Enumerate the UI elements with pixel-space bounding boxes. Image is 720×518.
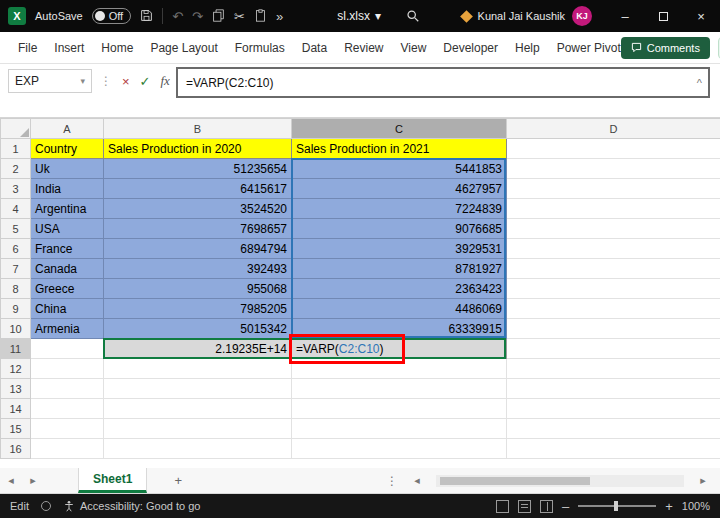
page-break-view-icon[interactable] [540,500,553,513]
cell[interactable] [507,279,720,299]
cell[interactable] [507,439,720,459]
drag-handle-icon[interactable]: ⋮ [100,74,112,88]
sheet-nav-left-icon[interactable]: ◂ [0,474,22,487]
tab-view[interactable]: View [401,41,427,55]
formula-input[interactable]: =VARP(C2:C10) ^ [176,67,710,98]
row-header[interactable]: 7 [1,259,31,279]
cell-country[interactable]: Uk [31,159,104,179]
row-header[interactable]: 8 [1,279,31,299]
zoom-out-button[interactable]: – [562,499,569,514]
row-header[interactable]: 11 [1,339,31,359]
tab-help[interactable]: Help [515,41,540,55]
cell-c11-formula[interactable]: =VARP(C2:C10) [292,339,507,359]
macro-record-icon[interactable] [41,501,51,511]
cell-country[interactable]: Armenia [31,319,104,339]
cell-sales-2020[interactable]: 7985205 [104,299,292,319]
cell-sales-2020[interactable]: 955068 [104,279,292,299]
horizontal-scrollbar-thumb[interactable] [440,477,590,485]
cell[interactable] [31,359,104,379]
cell[interactable] [507,259,720,279]
cell-sales-2021[interactable]: 9076685 [292,219,507,239]
cell[interactable] [507,419,720,439]
tab-file[interactable]: File [18,41,37,55]
cell-country[interactable]: Argentina [31,199,104,219]
minimize-button[interactable]: – [606,0,644,32]
cell[interactable] [31,339,104,359]
cell-country[interactable]: France [31,239,104,259]
row-header[interactable]: 3 [1,179,31,199]
copy-icon[interactable] [212,9,225,24]
sheetbar-kebab-icon[interactable]: ⋮ [386,474,398,488]
cell[interactable] [507,159,720,179]
cell-country[interactable]: India [31,179,104,199]
cell-b11-result[interactable]: 2.19235E+14 [104,339,292,359]
cell[interactable] [507,359,720,379]
zoom-level[interactable]: 100% [682,500,710,512]
row-header[interactable]: 4 [1,199,31,219]
row-header[interactable]: 9 [1,299,31,319]
cell-country[interactable]: China [31,299,104,319]
column-header-c[interactable]: C [292,119,507,139]
collapse-formula-bar-icon[interactable]: ^ [697,77,702,89]
cell[interactable] [292,399,507,419]
row-header[interactable]: 2 [1,159,31,179]
save-icon[interactable] [140,9,153,24]
column-header-d[interactable]: D [507,119,720,139]
tab-home[interactable]: Home [101,41,133,55]
cell-sales-2020[interactable]: 51235654 [104,159,292,179]
cell-country-header[interactable]: Country [31,139,104,159]
cell-country[interactable]: USA [31,219,104,239]
horizontal-scrollbar[interactable] [436,475,684,487]
cell[interactable] [104,379,292,399]
cell-sales-2020[interactable]: 392493 [104,259,292,279]
cell[interactable] [507,199,720,219]
cell-sales-2020[interactable]: 5015342 [104,319,292,339]
maximize-button[interactable] [644,0,682,32]
sheet-tab-sheet1[interactable]: Sheet1 [78,468,147,493]
hscroll-left-icon[interactable]: ◂ [406,474,428,487]
page-layout-view-icon[interactable] [518,500,531,513]
undo-icon[interactable]: ↶ [172,10,183,23]
add-sheet-button[interactable]: + [169,472,187,490]
cell[interactable] [292,359,507,379]
row-header[interactable]: 14 [1,399,31,419]
paste-icon[interactable] [254,9,267,24]
column-header-a[interactable]: A [31,119,104,139]
sheet-nav-right-icon[interactable]: ▸ [22,474,44,487]
cell-sales-2021[interactable]: 63339915 [292,319,507,339]
cell[interactable] [292,379,507,399]
cell-sales-2021[interactable]: 8781927 [292,259,507,279]
cell-sales-2021[interactable]: 4627957 [292,179,507,199]
user-avatar[interactable]: KJ [572,6,592,26]
zoom-slider-thumb[interactable] [614,501,618,511]
cell-sales-2020[interactable]: 6415617 [104,179,292,199]
zoom-slider[interactable] [578,505,656,507]
row-header[interactable]: 12 [1,359,31,379]
row-header[interactable]: 5 [1,219,31,239]
cell[interactable] [31,439,104,459]
cell-sales-2021[interactable]: 3929531 [292,239,507,259]
cut-icon[interactable]: ✂ [234,10,245,23]
cell-sales-2020[interactable]: 6894794 [104,239,292,259]
cell[interactable] [31,379,104,399]
cell-country[interactable]: Greece [31,279,104,299]
cancel-entry-button[interactable]: × [122,74,130,89]
accessibility-status[interactable]: Accessibility: Good to go [63,500,200,512]
row-header[interactable]: 16 [1,439,31,459]
document-title[interactable]: sl.xlsx ▾ [337,9,381,23]
close-button[interactable]: × [682,0,720,32]
cell[interactable] [104,439,292,459]
cell-sales-2021[interactable]: 5441853 [292,159,507,179]
cell[interactable] [507,219,720,239]
cell-sales-2021[interactable]: 7224839 [292,199,507,219]
cell[interactable] [507,339,720,359]
row-header[interactable]: 10 [1,319,31,339]
column-header-b[interactable]: B [104,119,292,139]
autosave-toggle[interactable]: Off [92,8,131,24]
search-icon[interactable] [406,9,420,23]
cell[interactable] [104,399,292,419]
tab-developer[interactable]: Developer [443,41,498,55]
cell-sales-2020-header[interactable]: Sales Production in 2020 [104,139,292,159]
tab-power-pivot[interactable]: Power Pivot [557,41,621,55]
cell[interactable] [507,319,720,339]
